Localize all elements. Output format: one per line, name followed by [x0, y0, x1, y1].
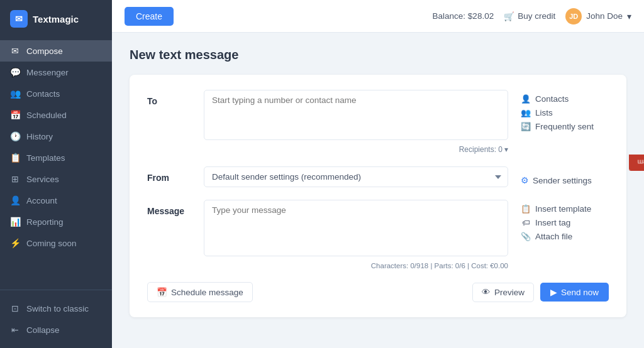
buy-credit-label: Buy credit: [518, 11, 555, 21]
attach-file-label: Attach file: [535, 232, 572, 241]
insert-tag-action[interactable]: 🏷 Insert tag: [521, 217, 609, 227]
history-icon: 🕐: [10, 131, 20, 141]
sidebar-item-contacts[interactable]: 👥 Contacts: [0, 83, 112, 104]
logo-text: Textmagic: [33, 14, 79, 24]
sidebar-item-label: Messenger: [26, 68, 69, 77]
to-label: To: [147, 90, 191, 106]
compose-icon: ✉: [10, 46, 20, 56]
insert-template-label: Insert template: [535, 204, 591, 214]
sidebar-item-account[interactable]: 👤 Account: [0, 190, 112, 211]
services-icon: ⊞: [10, 174, 20, 184]
report-problem-button[interactable]: Report a problem: [629, 155, 645, 171]
attach-file-action[interactable]: 📎 Attach file: [521, 231, 609, 241]
frequently-sent-label: Frequently sent: [535, 122, 594, 131]
sidebar-item-label: Scheduled: [26, 111, 67, 120]
gear-icon: ⚙: [521, 175, 529, 185]
reporting-icon: 📊: [10, 217, 20, 227]
insert-tag-icon: 🏷: [521, 217, 531, 227]
sidebar-item-compose[interactable]: ✉ Compose: [0, 40, 112, 62]
sidebar-item-switch[interactable]: ⊡ Switch to classic: [0, 298, 112, 319]
insert-template-icon: 📋: [521, 204, 531, 214]
sidebar-item-label: Contacts: [26, 89, 60, 99]
insert-tag-label: Insert tag: [535, 218, 570, 227]
sidebar-item-history[interactable]: 🕐 History: [0, 126, 112, 147]
message-side-actions: 📋 Insert template 🏷 Insert tag 📎 Attach …: [521, 200, 609, 241]
sidebar-item-label: Switch to classic: [26, 304, 89, 313]
balance-text: Balance: $28.02: [433, 11, 494, 21]
topbar: Create Balance: $28.02 🛒 Buy credit JD J…: [112, 0, 644, 33]
from-input-area: Default sender settings (recommended): [204, 166, 508, 187]
sidebar-item-messenger[interactable]: 💬 Messenger: [0, 62, 112, 83]
message-label: Message: [147, 200, 191, 216]
sender-settings-label: Sender settings: [533, 176, 592, 185]
from-side-actions: ⚙ Sender settings: [521, 166, 609, 185]
footer-right: 👁 Preview ▶ Send now: [472, 283, 609, 302]
scheduled-icon: 📅: [10, 110, 20, 120]
contacts-icon: 👥: [10, 89, 20, 99]
sidebar-item-collapse[interactable]: ⇤ Collapse: [0, 319, 112, 340]
lists-action[interactable]: 👥 Lists: [521, 107, 609, 117]
sidebar-item-label: Services: [26, 175, 59, 184]
calendar-icon: 📅: [157, 287, 167, 297]
switch-icon: ⊡: [10, 303, 20, 313]
create-button[interactable]: Create: [125, 7, 174, 26]
templates-icon: 📋: [10, 153, 20, 163]
coming-soon-icon: ⚡: [10, 238, 20, 248]
message-input-area: Characters: 0/918 | Parts: 0/6 | Cost: €…: [204, 200, 508, 269]
message-row: Message Characters: 0/918 | Parts: 0/6 |…: [147, 200, 609, 269]
contacts-label: Contacts: [535, 94, 569, 104]
insert-template-action[interactable]: 📋 Insert template: [521, 204, 609, 214]
sidebar-item-reporting[interactable]: 📊 Reporting: [0, 211, 112, 232]
to-input-area: Recipients: 0 ▾: [204, 90, 508, 154]
main-area: Create Balance: $28.02 🛒 Buy credit JD J…: [112, 0, 644, 348]
char-info: Characters: 0/918 | Parts: 0/6 | Cost: €…: [204, 262, 508, 269]
preview-button[interactable]: 👁 Preview: [472, 283, 534, 302]
lists-label: Lists: [535, 108, 553, 117]
recipients-badge[interactable]: Recipients: 0 ▾: [459, 145, 508, 154]
sidebar-item-label: Collapse: [26, 325, 60, 335]
chevron-down-icon: ▾: [627, 11, 631, 21]
content-area: New text message To Recipients: 0 ▾: [112, 33, 644, 348]
page-title: New text message: [130, 48, 626, 62]
sidebar-logo: ✉ Textmagic: [0, 0, 112, 38]
send-label: Send now: [561, 288, 599, 297]
buy-credit-button[interactable]: 🛒 Buy credit: [504, 11, 555, 21]
recipients-label: Recipients: 0: [459, 145, 502, 154]
sidebar: ✉ Textmagic ✉ Compose 💬 Messenger 👥 Cont…: [0, 0, 112, 348]
sidebar-item-label: Compose: [26, 46, 63, 56]
send-icon: ▶: [550, 287, 557, 297]
contacts-action[interactable]: 👤 Contacts: [521, 94, 609, 104]
form-footer: 📅 Schedule message 👁 Preview ▶ Send now: [147, 282, 609, 302]
sidebar-item-scheduled[interactable]: 📅 Scheduled: [0, 104, 112, 126]
eye-icon: 👁: [482, 288, 491, 297]
schedule-button[interactable]: 📅 Schedule message: [147, 282, 253, 302]
sender-settings-button[interactable]: ⚙ Sender settings: [521, 170, 609, 185]
frequently-sent-icon: 🔄: [521, 121, 531, 131]
sidebar-item-coming-soon[interactable]: ⚡ Coming soon: [0, 232, 112, 254]
preview-label: Preview: [494, 288, 525, 297]
compose-form: To Recipients: 0 ▾ 👤 Contacts: [130, 75, 626, 317]
sidebar-item-templates[interactable]: 📋 Templates: [0, 147, 112, 168]
recipients-row: Recipients: 0 ▾: [204, 145, 508, 154]
frequently-sent-action[interactable]: 🔄 Frequently sent: [521, 121, 609, 131]
from-row: From Default sender settings (recommende…: [147, 166, 609, 187]
messenger-icon: 💬: [10, 67, 20, 77]
to-input[interactable]: [204, 90, 508, 140]
lists-icon: 👥: [521, 107, 531, 117]
collapse-icon: ⇤: [10, 325, 20, 335]
sidebar-nav: ✉ Compose 💬 Messenger 👥 Contacts 📅 Sched…: [0, 38, 112, 290]
sidebar-item-label: Account: [26, 196, 57, 205]
sidebar-item-services[interactable]: ⊞ Services: [0, 168, 112, 190]
user-menu-button[interactable]: JD John Doe ▾: [565, 8, 631, 24]
to-side-actions: 👤 Contacts 👥 Lists 🔄 Frequently sent: [521, 90, 609, 131]
message-textarea[interactable]: [204, 200, 508, 256]
sidebar-item-label: Templates: [26, 153, 65, 163]
schedule-label: Schedule message: [171, 288, 243, 297]
sidebar-bottom: ⊡ Switch to classic ⇤ Collapse: [0, 290, 112, 348]
to-row: To Recipients: 0 ▾ 👤 Contacts: [147, 90, 609, 154]
avatar: JD: [565, 8, 582, 24]
send-button[interactable]: ▶ Send now: [540, 283, 609, 302]
from-select[interactable]: Default sender settings (recommended): [204, 166, 508, 187]
chevron-down-icon: ▾: [504, 145, 508, 154]
report-problem-label: Report a problem: [638, 159, 645, 166]
